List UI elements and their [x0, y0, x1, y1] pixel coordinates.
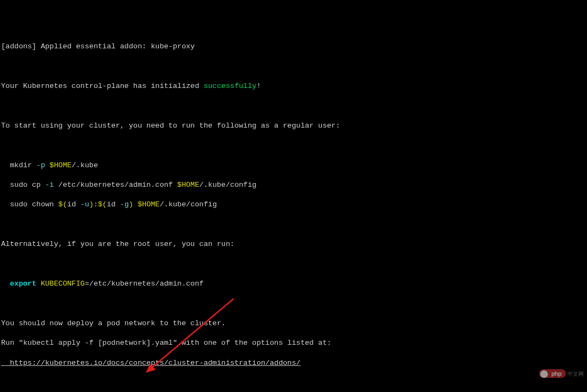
- blank: [1, 299, 586, 309]
- watermark-cn: 中文网: [567, 371, 584, 377]
- blank: [1, 220, 586, 230]
- blank: [1, 141, 586, 150]
- output-line: Alternatively, if you are the root user,…: [1, 239, 586, 249]
- output-line: [addons] Applied essential addon: kube-p…: [1, 42, 586, 52]
- output-line: mkdir -p $HOME/.kube: [1, 161, 586, 170]
- docs-link[interactable]: https://kubernetes.io/docs/concepts/clus…: [1, 358, 586, 368]
- watermark-brand: php: [539, 369, 566, 378]
- output-line: sudo chown $(id -u):$(id -g) $HOME/.kube…: [1, 200, 586, 210]
- output-line: Your Kubernetes control-plane has initia…: [1, 81, 586, 91]
- blank: [1, 260, 586, 269]
- output-line: To start using your cluster, you need to…: [1, 121, 586, 131]
- output-line: sudo cp -i /etc/kubernetes/admin.conf $H…: [1, 180, 586, 190]
- output-line: Run "kubectl apply -f [podnetwork].yaml"…: [1, 338, 586, 348]
- blank: [1, 378, 586, 388]
- blank: [1, 61, 586, 71]
- watermark: php中文网: [530, 359, 584, 379]
- blank: [1, 101, 586, 111]
- output-line: You should now deploy a pod network to t…: [1, 319, 586, 328]
- output-line: export KUBECONFIG=/etc/kubernetes/admin.…: [1, 279, 586, 289]
